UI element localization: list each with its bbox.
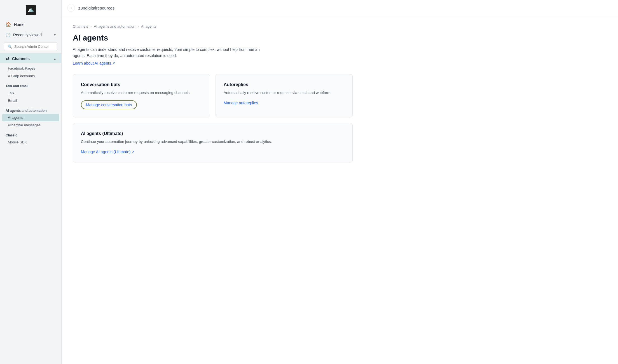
recently-viewed-label: Recently viewed xyxy=(13,33,42,37)
search-input[interactable] xyxy=(14,44,54,49)
manage-ai-agents-ultimate-link[interactable]: Manage AI agents (Ultimate) ↗ xyxy=(81,150,134,154)
breadcrumb-channels[interactable]: Channels xyxy=(73,24,88,29)
ai-agents-ultimate-card: AI agents (Ultimate) Continue your autom… xyxy=(73,123,353,162)
sidebar-item-facebook-pages[interactable]: Facebook Pages xyxy=(0,65,61,72)
search-wrapper: 🔍 xyxy=(4,42,57,51)
talk-email-label: Talk and email xyxy=(0,82,61,89)
manage-conversation-bots-label: Manage conversation bots xyxy=(86,103,132,107)
breadcrumb-sep-1: › xyxy=(90,24,92,29)
ai-agents-section: AI agents and automation AI agents Proac… xyxy=(0,105,61,129)
chevron-down-icon: ▾ xyxy=(54,33,56,37)
learn-about-ai-agents-link[interactable]: Learn about AI agents ↗ xyxy=(73,61,115,65)
logo xyxy=(0,0,61,19)
search-container: 🔍 xyxy=(0,40,61,53)
chevron-up-icon: ▴ xyxy=(54,57,56,61)
external-link-icon: ↗ xyxy=(112,61,115,65)
page-title: AI agents xyxy=(73,34,607,42)
conversation-bots-description: Automatically resolve customer requests … xyxy=(81,90,202,96)
channels-section-header[interactable]: ⇄ Channels ▴ xyxy=(0,53,61,63)
sidebar-item-ai-agents[interactable]: AI agents xyxy=(2,114,59,121)
collapse-sidebar-button[interactable]: ‹ xyxy=(67,4,75,12)
sidebar-item-mobile-sdk[interactable]: Mobile SDK xyxy=(0,138,61,146)
breadcrumb-ai-agents: AI agents xyxy=(141,24,156,29)
sidebar-item-email[interactable]: Email xyxy=(0,97,61,104)
home-icon: 🏠 xyxy=(6,22,11,27)
sidebar-item-talk[interactable]: Talk xyxy=(0,89,61,97)
autoreplies-title: Autoreplies xyxy=(224,82,345,87)
channels-icon: ⇄ xyxy=(6,56,9,61)
chevron-left-icon: ‹ xyxy=(71,6,72,10)
breadcrumb-ai-agents-automation[interactable]: AI agents and automation xyxy=(94,24,135,29)
home-nav-item[interactable]: 🏠 Home xyxy=(0,19,61,30)
ai-agents-ultimate-title: AI agents (Ultimate) xyxy=(81,131,345,136)
classic-section: Classic Mobile SDK xyxy=(0,129,61,146)
recently-viewed-nav-item[interactable]: 🕐 Recently viewed ▾ xyxy=(0,30,61,40)
sidebar-item-x-corp-accounts[interactable]: X Corp accounts xyxy=(0,72,61,80)
autoreplies-card: Autoreplies Automatically resolve custom… xyxy=(216,74,353,117)
conversation-bots-title: Conversation bots xyxy=(81,82,202,87)
home-label: Home xyxy=(14,22,24,27)
sidebar-item-proactive-messages[interactable]: Proactive messages xyxy=(0,121,61,129)
manage-autoreplies-label: Manage autoreplies xyxy=(224,101,258,105)
breadcrumb-sep-2: › xyxy=(137,24,139,29)
ai-agents-automation-label: AI agents and automation xyxy=(0,107,61,114)
clock-icon: 🕐 xyxy=(6,33,10,37)
cards-grid: Conversation bots Automatically resolve … xyxy=(73,74,353,162)
manage-ai-agents-ultimate-label: Manage AI agents (Ultimate) xyxy=(81,150,130,154)
manage-conversation-bots-link[interactable]: Manage conversation bots xyxy=(81,100,137,109)
manage-autoreplies-link[interactable]: Manage autoreplies xyxy=(224,101,258,105)
content-area: Channels › AI agents and automation › AI… xyxy=(62,16,618,364)
conversation-bots-card: Conversation bots Automatically resolve … xyxy=(73,74,210,117)
ai-agents-ultimate-description: Continue your automation journey by unlo… xyxy=(81,139,345,145)
external-link-icon-ultimate: ↗ xyxy=(132,150,134,154)
channels-sub-section: Facebook Pages X Corp accounts xyxy=(0,63,61,80)
classic-label: Classic xyxy=(0,131,61,138)
main-content: ‹ z3ndigitalresources Channels › AI agen… xyxy=(62,0,618,364)
page-description: AI agents can understand and resolve cus… xyxy=(73,46,269,59)
learn-link-text: Learn about AI agents xyxy=(73,61,111,65)
search-icon: 🔍 xyxy=(8,44,12,49)
talk-email-section: Talk and email Talk Email xyxy=(0,80,61,105)
autoreplies-description: Automatically resolve customer requests … xyxy=(224,90,345,96)
top-bar-title: z3ndigitalresources xyxy=(78,6,114,10)
top-bar: ‹ z3ndigitalresources xyxy=(62,0,618,16)
breadcrumb: Channels › AI agents and automation › AI… xyxy=(73,24,607,29)
sidebar: 🏠 Home 🕐 Recently viewed ▾ 🔍 ⇄ Channels … xyxy=(0,0,62,364)
channels-label: Channels xyxy=(12,56,30,61)
